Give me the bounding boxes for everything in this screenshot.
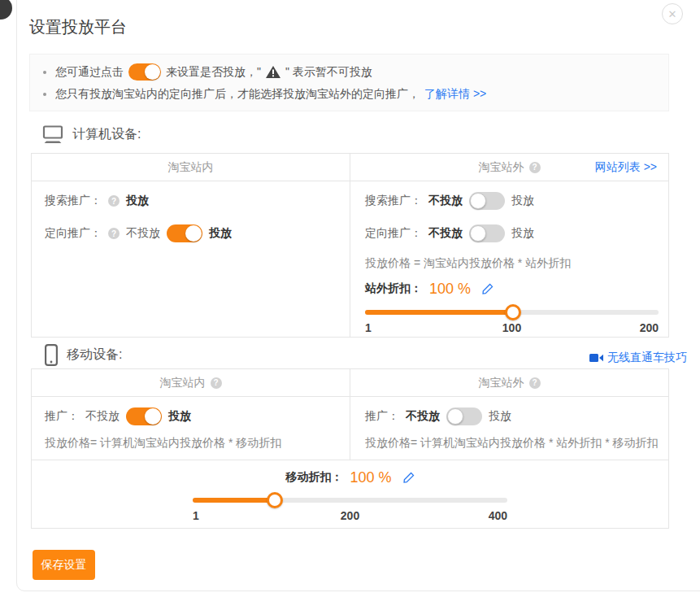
mobile-table: 淘宝站内 ? 淘宝站外 ? 推广： 不投放 投放 投放价格= 计算机淘宝站内投放… bbox=[31, 368, 669, 529]
mobile-outside-cell: 推广： 不投放 投放 投放价格= 计算机淘宝站内投放价格 * 站外折扣 * 移动… bbox=[350, 397, 668, 460]
outside-slider-labels: 1 100 200 bbox=[365, 321, 659, 338]
notice-line-1: 您可通过点击 来设置是否投放，" " 表示暂不可投放 bbox=[43, 63, 655, 81]
example-toggle[interactable] bbox=[128, 63, 161, 81]
slider-max-label: 400 bbox=[489, 509, 507, 522]
notice-box: 您可通过点击 来设置是否投放，" " 表示暂不可投放 您只有投放淘宝站内的定向推… bbox=[29, 54, 669, 111]
computer-outside-header: 淘宝站外 ? 网站列表 >> bbox=[350, 154, 668, 181]
dialog-title: 设置投放平台 bbox=[29, 16, 127, 38]
wireless-tips-label: 无线直通车技巧 bbox=[607, 351, 687, 365]
warning-icon bbox=[266, 66, 280, 78]
mobile-inside-toggle[interactable] bbox=[126, 407, 162, 425]
edit-pencil-icon[interactable] bbox=[481, 283, 493, 295]
outside-price-formula: 投放价格 = 淘宝站内投放价格 * 站外折扣 bbox=[365, 256, 659, 272]
computer-outside-search-toggle[interactable] bbox=[469, 192, 505, 210]
search-off-label: 不投放 bbox=[428, 194, 463, 208]
computer-inside-cell: 搜索推广： ? 投放 定向推广： ? 不投放 投放 bbox=[32, 181, 350, 338]
computer-inside-target-toggle[interactable] bbox=[167, 224, 202, 242]
close-icon: ✕ bbox=[668, 8, 677, 20]
mobile-inside-price-formula: 投放价格= 计算机淘宝站内投放价格 * 移动折扣 bbox=[45, 436, 338, 452]
computer-inside-search-row: 搜索推广： ? 投放 bbox=[45, 191, 338, 211]
promo-on-label: 投放 bbox=[489, 409, 511, 424]
mobile-table-body: 推广： 不投放 投放 投放价格= 计算机淘宝站内投放价格 * 移动折扣 推广： … bbox=[32, 397, 668, 460]
slider-handle[interactable] bbox=[267, 492, 283, 508]
notice-line1-post: " 表示暂不可投放 bbox=[285, 65, 372, 80]
settings-page: ✕ 设置投放平台 您可通过点击 来设置是否投放，" " 表示暂不可投放 您只有投… bbox=[0, 0, 700, 597]
mobile-outside-price-formula: 投放价格= 计算机淘宝站内投放价格 * 站外折扣 * 移动折扣 bbox=[365, 436, 659, 452]
computer-inside-target-row: 定向推广： ? 不投放 投放 bbox=[45, 224, 338, 243]
outside-discount-value: 100 % bbox=[429, 281, 471, 298]
save-settings-button[interactable]: 保存设置 bbox=[33, 550, 95, 580]
computer-table-header: 淘宝站内 淘宝站外 ? 网站列表 >> bbox=[32, 154, 668, 181]
video-icon bbox=[589, 353, 603, 363]
edit-pencil-icon[interactable] bbox=[402, 472, 415, 484]
promo-off-label: 不投放 bbox=[406, 409, 440, 424]
slider-max-label: 200 bbox=[640, 321, 659, 334]
help-icon[interactable]: ? bbox=[108, 195, 120, 207]
site-list-link[interactable]: 网站列表 >> bbox=[595, 160, 657, 175]
mobile-outside-toggle[interactable] bbox=[446, 407, 482, 425]
outside-discount-label: 站外折扣： bbox=[365, 281, 422, 296]
mobile-table-header: 淘宝站内 ? 淘宝站外 ? bbox=[32, 369, 668, 397]
computer-outside-target-row: 定向推广： 不投放 投放 bbox=[365, 224, 659, 243]
mobile-inside-promo-row: 推广： 不投放 投放 bbox=[45, 407, 338, 426]
toggle-knob bbox=[470, 225, 486, 242]
help-icon[interactable]: ? bbox=[529, 377, 541, 389]
phone-icon bbox=[45, 344, 58, 366]
bullet-dot bbox=[43, 71, 46, 74]
mobile-discount-slider bbox=[193, 493, 507, 508]
help-icon[interactable]: ? bbox=[211, 377, 222, 389]
notice-line1-mid: 来设置是否投放，" bbox=[166, 65, 261, 80]
slider-mid-label: 100 bbox=[502, 321, 521, 334]
help-icon[interactable]: ? bbox=[108, 228, 120, 239]
bullet-dot bbox=[43, 93, 46, 96]
promo-on-label: 投放 bbox=[168, 409, 191, 424]
learn-more-link[interactable]: 了解详情 >> bbox=[424, 87, 486, 102]
slider-fill bbox=[365, 310, 513, 315]
mobile-discount-row: 移动折扣： 100 % bbox=[32, 467, 668, 488]
mobile-slider-area: 1 200 400 bbox=[193, 493, 507, 525]
corner-badge-icon bbox=[0, 0, 12, 20]
wireless-tips-link[interactable]: 无线直通车技巧 bbox=[589, 351, 687, 365]
computer-inside-header: 淘宝站内 bbox=[32, 154, 350, 181]
computer-icon bbox=[42, 125, 63, 144]
computer-section-header: 计算机设备: bbox=[42, 124, 141, 145]
target-on-label: 投放 bbox=[511, 226, 534, 241]
target-on-label: 投放 bbox=[209, 226, 232, 241]
target-off-label: 不投放 bbox=[126, 226, 160, 241]
mobile-discount-label: 移动折扣： bbox=[285, 470, 342, 485]
notice-line-2: 您只有投放淘宝站内的定向推广后，才能选择投放淘宝站外的定向推广， 了解详情 >> bbox=[43, 87, 655, 102]
mobile-outside-header: 淘宝站外 ? bbox=[350, 369, 668, 396]
slider-min-label: 1 bbox=[365, 321, 372, 334]
computer-section-title: 计算机设备: bbox=[72, 126, 141, 143]
computer-table-body: 搜索推广： ? 投放 定向推广： ? 不投放 投放 搜索推广： 不投放 投放 bbox=[32, 181, 668, 338]
search-on-label: 投放 bbox=[511, 194, 534, 208]
computer-outside-header-label: 淘宝站外 bbox=[479, 160, 524, 175]
mobile-inside-header: 淘宝站内 ? bbox=[32, 369, 350, 396]
notice-line1-pre: 您可通过点击 bbox=[55, 65, 124, 80]
close-button[interactable]: ✕ bbox=[662, 3, 683, 24]
computer-outside-target-toggle[interactable] bbox=[469, 224, 505, 242]
computer-inside-header-label: 淘宝站内 bbox=[168, 160, 214, 175]
outside-discount-slider bbox=[365, 305, 659, 320]
toggle-knob bbox=[447, 408, 463, 425]
mobile-outside-promo-row: 推广： 不投放 投放 bbox=[365, 407, 659, 426]
toggle-knob bbox=[145, 408, 161, 425]
help-icon[interactable]: ? bbox=[529, 162, 541, 173]
search-promo-label: 搜索推广： bbox=[365, 194, 422, 208]
slider-mid-label: 200 bbox=[341, 509, 359, 522]
mobile-discount-section: 移动折扣： 100 % 1 200 400 bbox=[32, 460, 668, 525]
slider-min-label: 1 bbox=[193, 509, 199, 522]
mobile-inside-header-label: 淘宝站内 bbox=[160, 376, 206, 390]
mobile-section-header: 移动设备: bbox=[45, 344, 122, 365]
slider-handle[interactable] bbox=[505, 304, 521, 320]
outside-discount-row: 站外折扣： 100 % bbox=[365, 277, 659, 300]
slider-fill bbox=[193, 498, 275, 503]
target-promo-label: 定向推广： bbox=[45, 226, 102, 241]
toggle-knob bbox=[185, 225, 202, 242]
target-promo-label: 定向推广： bbox=[365, 226, 422, 241]
mobile-slider-labels: 1 200 400 bbox=[193, 509, 507, 525]
promo-label: 推广： bbox=[365, 409, 399, 424]
search-promo-label: 搜索推广： bbox=[45, 194, 102, 208]
promo-off-label: 不投放 bbox=[85, 409, 120, 424]
toggle-knob bbox=[470, 193, 486, 209]
